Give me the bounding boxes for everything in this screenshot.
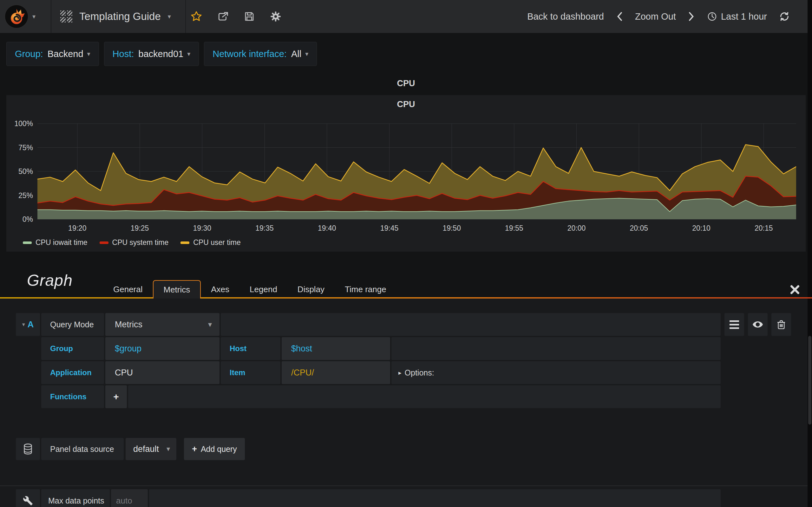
cpu-graph-plot[interactable]: 0%25%50%75%100%19:2019:2519:3019:3519:40… [9, 120, 799, 233]
variable-dropdown-host[interactable]: Host: backend01 ▾ [104, 42, 199, 66]
time-shift-right-icon[interactable] [688, 12, 695, 21]
group-field-input[interactable]: $group [105, 337, 219, 360]
close-editor-icon[interactable] [790, 285, 800, 295]
legend-swatch [23, 241, 32, 244]
time-picker-button[interactable]: Last 1 hour [707, 11, 767, 22]
host-label-text: Host [221, 344, 247, 353]
variable-value: Backend [48, 49, 84, 59]
host-field-input[interactable]: $host [282, 337, 390, 360]
query-mode-select[interactable]: Metrics ▾ [105, 313, 219, 336]
share-button[interactable] [217, 10, 229, 22]
variable-dropdown-group[interactable]: Group: Backend ▾ [6, 42, 99, 66]
time-shift-left-icon[interactable] [616, 12, 623, 21]
datasource-select[interactable]: default ▾ [125, 438, 176, 460]
dashboard-grid-icon [60, 10, 72, 22]
query-mode-label: Query Mode [41, 313, 104, 336]
tab-time-range[interactable]: Time range [335, 280, 397, 298]
expand-triangle-icon: ▸ [398, 369, 402, 377]
editor-tabs: General Metrics Axes Legend Display Time… [103, 280, 397, 298]
panel-editor-type-title: Graph [27, 271, 72, 290]
legend-label: CPU iowait time [36, 238, 88, 247]
max-data-points-input[interactable] [111, 489, 148, 507]
svg-text:19:35: 19:35 [255, 224, 274, 232]
grafana-logo-icon[interactable] [4, 4, 29, 29]
query-delete-button[interactable] [771, 313, 791, 336]
svg-text:19:40: 19:40 [318, 224, 336, 232]
trash-icon [776, 320, 786, 330]
panel-datasource-label: Panel data source [41, 438, 124, 460]
menu-icon [729, 320, 739, 329]
logo-caret-icon[interactable]: ▾ [32, 13, 36, 20]
zoom-out-button[interactable]: Zoom Out [635, 11, 676, 22]
query-options-toggle[interactable]: ▸ Options: [392, 361, 721, 384]
divider [185, 0, 186, 33]
tab-display[interactable]: Display [287, 280, 335, 298]
plus-icon: + [113, 391, 119, 402]
query-row-filler [128, 385, 721, 408]
legend-label: CPU system time [112, 238, 169, 247]
query-ref-id: A [28, 320, 34, 330]
page-scrollbar[interactable] [808, 0, 812, 507]
star-button[interactable] [190, 10, 202, 22]
navbar: ▾ Templating Guide ▾ [0, 0, 812, 33]
panel-datasource-label-text: Panel data source [41, 445, 114, 454]
add-function-button[interactable]: + [105, 385, 127, 408]
application-field-input[interactable]: CPU [105, 361, 219, 384]
functions-label-text: Functions [41, 392, 87, 401]
query-collapse-toggle[interactable]: ▾ A [16, 313, 40, 336]
tab-axes[interactable]: Axes [201, 280, 240, 298]
cpu-graph-panel: CPU 0%25%50%75%100%19:2019:2519:3019:351… [6, 95, 806, 251]
item-label-text: Item [221, 368, 245, 377]
group-label-text: Group [41, 344, 73, 353]
save-button[interactable] [244, 11, 255, 22]
tab-general[interactable]: General [103, 280, 153, 298]
application-value: CPU [105, 368, 133, 378]
back-to-dashboard-button[interactable]: Back to dashboard [527, 11, 604, 22]
settings-gear-icon[interactable] [270, 10, 282, 22]
tab-metrics[interactable]: Metrics [153, 280, 201, 298]
legend-swatch [181, 241, 189, 244]
time-range-label: Last 1 hour [721, 11, 767, 22]
caret-down-icon: ▾ [87, 50, 90, 58]
add-query-button[interactable]: + Add query [184, 438, 245, 460]
dashboard-title-button[interactable]: Templating Guide ▾ [60, 0, 171, 33]
item-field-input[interactable]: /CPU/ [282, 361, 390, 384]
divider [51, 0, 51, 33]
clock-icon [707, 11, 717, 21]
svg-text:20:10: 20:10 [692, 224, 711, 232]
legend-item-system[interactable]: CPU system time [100, 238, 169, 247]
plus-icon: + [192, 444, 197, 454]
svg-text:19:55: 19:55 [505, 224, 523, 232]
add-query-label: Add query [201, 445, 237, 454]
datasource-value: default [125, 444, 159, 454]
legend-item-iowait[interactable]: CPU iowait time [23, 238, 88, 247]
query-row-filler [221, 313, 721, 336]
wrench-icon [23, 496, 33, 506]
svg-text:19:20: 19:20 [68, 224, 87, 232]
query-menu-button[interactable] [724, 313, 744, 336]
settings-icon-box [16, 489, 40, 507]
application-field-label: Application [41, 361, 104, 384]
dashboard-caret-icon: ▾ [168, 13, 171, 20]
panel-title[interactable]: CPU [6, 100, 806, 109]
query-toggle-visibility-button[interactable] [748, 313, 768, 336]
item-value: /CPU/ [282, 368, 314, 378]
svg-text:100%: 100% [14, 120, 33, 128]
variable-label: Host: [113, 49, 134, 59]
group-field-label: Group [41, 337, 104, 360]
legend-label: CPU user time [193, 238, 241, 247]
group-value: $group [105, 344, 142, 354]
svg-text:75%: 75% [18, 144, 33, 152]
legend-item-user[interactable]: CPU user time [181, 238, 241, 247]
divider [0, 486, 812, 486]
variable-dropdown-network-interface[interactable]: Network interface: All ▾ [204, 42, 317, 66]
item-field-label: Item [221, 361, 281, 384]
svg-text:25%: 25% [18, 191, 33, 200]
max-data-points-field[interactable] [111, 496, 148, 506]
row-title: CPU [0, 78, 812, 89]
tab-legend[interactable]: Legend [240, 280, 287, 298]
svg-text:50%: 50% [18, 167, 33, 176]
datasource-icon-box [16, 438, 40, 460]
scrollbar-thumb[interactable] [808, 336, 811, 425]
refresh-icon[interactable] [779, 11, 790, 22]
